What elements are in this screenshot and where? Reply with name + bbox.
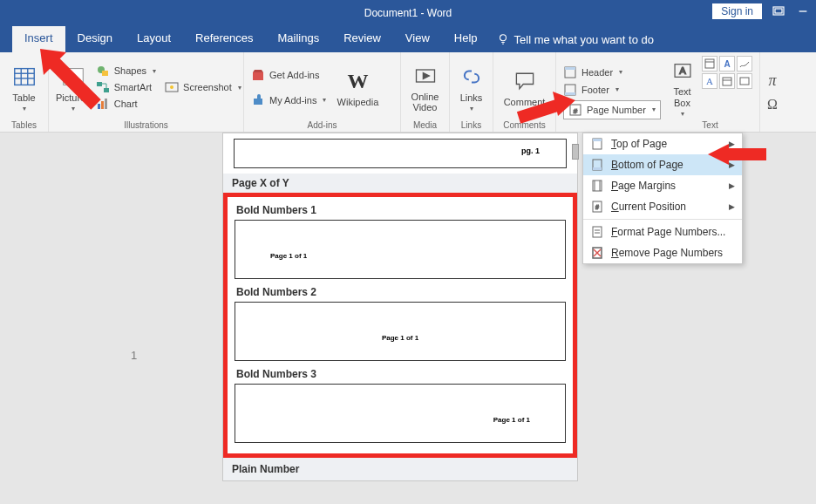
tab-references[interactable]: References — [183, 26, 265, 52]
page-margins-icon — [590, 179, 604, 193]
format-icon — [590, 225, 604, 239]
video-icon — [411, 62, 439, 90]
header-button[interactable]: Header▾ — [563, 65, 661, 79]
gallery-item-2-label: Bold Numbers 2 — [235, 281, 566, 302]
tell-me-label: Tell me what you want to do — [514, 33, 654, 46]
menu-remove-page-numbers[interactable]: Remove Page Numbers — [583, 242, 742, 263]
gallery-highlighted-section: Bold Numbers 1 Page 1 of 1 Bold Numbers … — [223, 193, 577, 458]
chevron-down-icon: ▾ — [681, 110, 684, 118]
menu-format-page-numbers[interactable]: Format Page Numbers... — [583, 221, 742, 242]
svg-rect-36 — [740, 78, 749, 85]
tab-layout[interactable]: Layout — [125, 26, 183, 52]
document-area: 1 Top of Page ▶ Bottom of Page ▶ Page Ma… — [0, 133, 816, 504]
equation-button[interactable]: π — [768, 72, 776, 90]
signature-button[interactable] — [737, 56, 752, 72]
ribbon-tabs: Insert Design Layout References Mailings… — [0, 26, 816, 52]
wikipedia-icon: W — [343, 67, 371, 95]
links-button[interactable]: Links ▾ — [457, 56, 486, 119]
menu-page-margins[interactable]: Page Margins ▶ — [583, 175, 742, 196]
addins-icon — [251, 93, 265, 107]
gallery-item-2-preview[interactable]: Page 1 of 1 — [235, 302, 566, 361]
title: Document1 - Word — [364, 7, 452, 19]
gallery-plain-number-header: Plain Number — [223, 458, 577, 480]
tab-view[interactable]: View — [393, 26, 442, 52]
get-addins-button[interactable]: Get Add-ins — [251, 68, 326, 82]
table-icon — [10, 63, 38, 91]
top-of-page-icon — [590, 137, 604, 151]
symbol-button[interactable]: Ω — [767, 97, 778, 112]
annotation-arrow-insert-tab — [35, 44, 105, 113]
group-addins: Get Add-ins My Add-ins▾ W Wikipedia Add-… — [244, 52, 401, 132]
link-icon — [458, 63, 486, 91]
svg-rect-40 — [593, 167, 602, 170]
chart-button[interactable]: Chart — [96, 97, 156, 111]
page-number-margin: 1 — [131, 349, 137, 362]
gallery-preview-pg1[interactable]: pg. 1 — [234, 139, 567, 168]
online-video-button[interactable]: Online Video — [408, 56, 442, 119]
wikipedia-button[interactable]: W Wikipedia — [331, 56, 384, 119]
header-icon — [563, 65, 577, 79]
drop-cap-button[interactable]: A — [702, 73, 717, 89]
annotation-arrow-bottom-of-page — [701, 141, 771, 167]
quick-parts-button[interactable] — [702, 56, 717, 72]
smartart-button[interactable]: SmartArt — [96, 80, 156, 94]
annotation-arrow-page-number — [514, 92, 584, 126]
svg-rect-19 — [105, 99, 107, 109]
submenu-arrow-icon: ▶ — [729, 181, 735, 190]
svg-rect-38 — [593, 139, 602, 141]
group-links: Links ▾ Links — [450, 52, 493, 132]
ribbon: Table ▾ Tables Pictures ▾ Shapes▾ — [0, 52, 816, 133]
svg-rect-34 — [723, 78, 731, 85]
tab-mailings[interactable]: Mailings — [266, 26, 332, 52]
svg-rect-25 — [565, 67, 575, 70]
object-button[interactable] — [737, 73, 752, 89]
svg-rect-1 — [775, 9, 782, 13]
remove-icon — [590, 246, 604, 260]
current-position-icon: # — [590, 200, 604, 214]
svg-rect-46 — [593, 227, 602, 237]
ribbon-display-icon[interactable] — [771, 3, 786, 19]
gallery-item-3-label: Bold Numbers 3 — [235, 363, 566, 384]
group-symbols: π Ω — [760, 52, 786, 132]
lightbulb-icon — [497, 33, 509, 45]
group-media: Online Video Media — [401, 52, 450, 132]
gallery-item-1-preview[interactable]: Page 1 of 1 — [235, 220, 566, 279]
wordart-button[interactable]: A — [719, 56, 735, 72]
date-time-button[interactable] — [719, 73, 735, 89]
bottom-of-page-icon — [590, 158, 604, 172]
chevron-down-icon: ▾ — [23, 105, 26, 112]
gallery-item-3-preview[interactable]: Page 1 of 1 — [235, 384, 566, 443]
my-addins-button[interactable]: My Add-ins▾ — [251, 93, 326, 107]
screenshot-button[interactable]: Screenshot▾ — [165, 80, 241, 94]
svg-rect-6 — [14, 68, 34, 85]
text-box-button[interactable]: A Text Box ▾ — [668, 56, 697, 119]
gallery-section-header: Page X of Y — [223, 174, 577, 193]
chevron-down-icon: ▾ — [470, 105, 473, 112]
tab-review[interactable]: Review — [331, 26, 393, 52]
group-text: A Text Box ▾ A A Text — [661, 52, 760, 132]
svg-rect-22 — [253, 72, 263, 80]
svg-rect-32 — [705, 59, 714, 68]
text-minigrid: A A — [702, 56, 752, 119]
text-box-icon: A — [669, 57, 697, 85]
svg-text:A: A — [679, 65, 686, 76]
minimize-icon[interactable] — [795, 3, 811, 19]
store-icon — [251, 68, 265, 82]
svg-text:#: # — [595, 204, 599, 210]
shapes-button[interactable]: Shapes▾ — [96, 64, 156, 78]
submenu-arrow-icon: ▶ — [729, 202, 735, 211]
page-number-gallery: pg. 1 Page X of Y Bold Numbers 1 Page 1 … — [222, 133, 578, 481]
scrollbar-thumb[interactable] — [572, 144, 579, 160]
svg-point-3 — [500, 35, 506, 41]
menu-current-position[interactable]: # Current Position ▶ — [583, 196, 742, 217]
sign-in-button[interactable]: Sign in — [712, 3, 762, 19]
tell-me-search[interactable]: Tell me what you want to do — [497, 26, 654, 52]
titlebar: Document1 - Word Sign in — [0, 0, 816, 26]
screenshot-icon — [165, 80, 179, 94]
tab-help[interactable]: Help — [442, 26, 490, 52]
svg-point-21 — [170, 85, 173, 89]
gallery-item-1-label: Bold Numbers 1 — [235, 199, 566, 220]
